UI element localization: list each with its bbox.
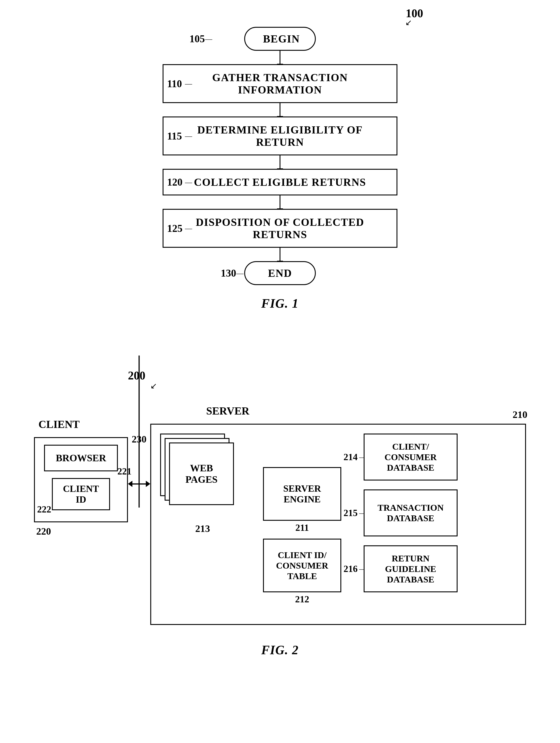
label-212: 212 [295, 594, 309, 605]
fig2-container: 200 ↙ CLIENT BROWSER CLIENT ID 221 [34, 369, 526, 657]
client-id-table-box: CLIENT ID/CONSUMERTABLE [263, 539, 341, 592]
step-box-115: DETERMINE ELIGIBILITY OF RETURN [163, 117, 397, 156]
flow-arrow-5 [279, 248, 281, 261]
db-row-215: 215 — TRANSACTIONDATABASE [363, 489, 458, 536]
step-label-130: 130 [221, 267, 236, 279]
server-left-col: SERVERENGINE 211 CLIENT ID/CONSUMERTABLE… [263, 440, 341, 592]
fig1-caption: FIG. 1 [261, 296, 299, 311]
step-oval-begin: BEGIN [244, 27, 316, 51]
flow-arrow-2 [279, 103, 281, 117]
step-label-115: 115 [167, 130, 182, 142]
server-label: SERVER [206, 405, 526, 417]
server-inner: WEBPAGES 213 SERVERENGINE 211 [160, 434, 516, 592]
db-row-216: 216 — RETURNGUIDELINEDATABASE [363, 545, 458, 592]
label-221: 221 [118, 466, 131, 477]
flow-arrow-3 [279, 156, 281, 169]
web-pages-text: WEBPAGES [185, 463, 217, 485]
client-label: CLIENT [39, 418, 80, 430]
flow-step-120: 120 — COLLECT ELIGIBLE RETURNS [163, 169, 397, 195]
fig1-container: 100 ↙ 105 — BEGIN 110 — GATHER TRANSACTI… [123, 13, 437, 311]
label-215: 215 [344, 508, 358, 518]
client-id-inner-box: CLIENT ID [52, 478, 110, 510]
flow-arrow-1 [279, 51, 281, 64]
db-box-214: CLIENT/CONSUMERDATABASE [363, 434, 458, 481]
client-id-table-wrapper: CLIENT ID/CONSUMERTABLE 212 [263, 539, 341, 592]
flow-step-125: 125 — DISPOSITION OF COLLECTED RETURNS [163, 209, 397, 248]
step-label-120: 120 [167, 176, 182, 188]
flow-arrow-4 [279, 195, 281, 209]
db-box-216: RETURNGUIDELINEDATABASE [363, 545, 458, 592]
label-220: 220 [36, 526, 51, 537]
fig2-inner: CLIENT BROWSER CLIENT ID 221 222 220 [34, 405, 526, 625]
server-engine-box: SERVERENGINE [263, 467, 341, 521]
server-db-col: 214 — CLIENT/CONSUMERDATABASE 215 — [363, 434, 458, 592]
fig2-arrow-200: ↙ [150, 381, 157, 391]
fig2-caption: FIG. 2 [34, 643, 526, 657]
label-214: 214 [344, 452, 358, 463]
label-210: 210 [513, 409, 527, 420]
step-box-125: DISPOSITION OF COLLECTED RETURNS [163, 209, 397, 248]
server-outer-box: 210 WEBPAGES 2 [150, 424, 526, 625]
step-label-125: 125 [167, 222, 182, 234]
step-box-120: COLLECT ELIGIBLE RETURNS [163, 169, 397, 195]
db-row-214: 214 — CLIENT/CONSUMERDATABASE [363, 434, 458, 481]
label-222: 222 [37, 504, 51, 515]
flowchart: 105 — BEGIN 110 — GATHER TRANSACTION INF… [163, 27, 397, 285]
step-label-105: 105 [189, 33, 205, 45]
label-230: 230 [132, 434, 146, 445]
flow-step-110: 110 — GATHER TRANSACTION INFORMATION [163, 64, 397, 103]
client-section: CLIENT BROWSER CLIENT ID 221 222 220 [34, 418, 128, 537]
page: 100 ↙ 105 — BEGIN 110 — GATHER TRANSACTI… [0, 0, 560, 743]
client-outer-box: BROWSER CLIENT ID 221 222 [34, 437, 128, 522]
label-211: 211 [295, 522, 309, 533]
fig2-ref-200: 200 [128, 369, 145, 382]
fig1-arrow-100: ↙ [405, 18, 412, 27]
db-box-215: TRANSACTIONDATABASE [363, 489, 458, 536]
step-box-110: GATHER TRANSACTION INFORMATION [163, 64, 397, 103]
label-213: 213 [195, 523, 210, 534]
step-label-110: 110 [167, 78, 182, 90]
step-oval-end: END [244, 261, 316, 285]
browser-box: BROWSER [44, 445, 118, 471]
label-216: 216 [344, 563, 358, 574]
flow-step-begin: 105 — BEGIN [163, 27, 397, 51]
flow-step-115: 115 — DETERMINE ELIGIBILITY OF RETURN [163, 117, 397, 156]
network-arrow [128, 481, 150, 487]
flow-step-end: 130 — END [163, 261, 397, 285]
server-section: SERVER 210 WEBPAGES [150, 405, 526, 625]
server-engine-wrapper: SERVERENGINE 211 [263, 467, 341, 521]
web-pages-section: WEBPAGES 213 [160, 434, 245, 534]
